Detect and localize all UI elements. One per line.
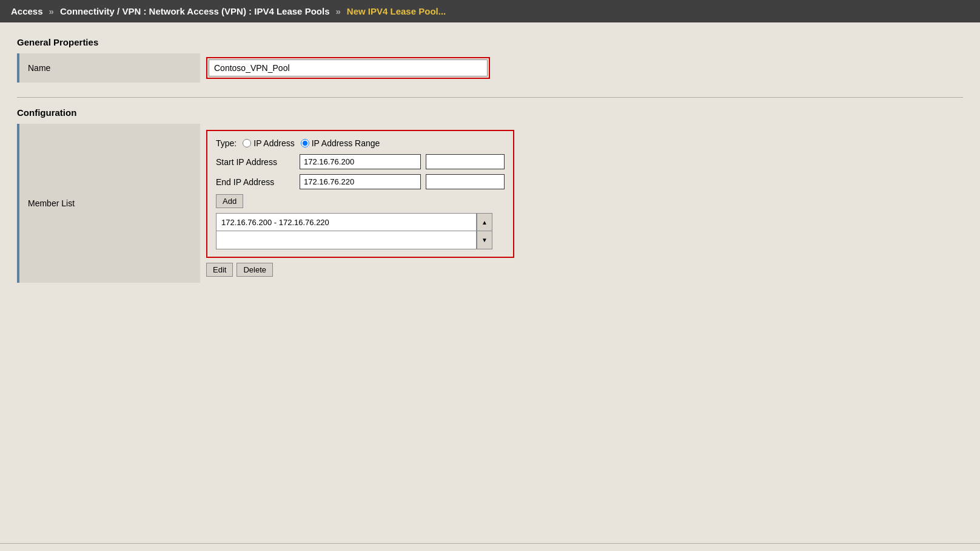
member-list-entry-2[interactable] <box>216 231 477 249</box>
type-label: Type: <box>216 138 237 148</box>
scroll-down-button[interactable]: ▼ <box>477 231 492 249</box>
type-ip-address-radio[interactable] <box>243 139 251 147</box>
name-row: Name <box>18 53 963 83</box>
end-ip-extra-input[interactable] <box>426 174 505 189</box>
start-ip-extra-input[interactable] <box>426 154 505 169</box>
config-value-cell: Type: IP Address IP Address Range Start … <box>200 124 963 283</box>
breadcrumb-sep-2: » <box>335 6 340 16</box>
type-ip-address-label[interactable]: IP Address <box>243 138 294 148</box>
main-content: General Properties Name Configuration Me… <box>0 22 980 543</box>
member-list: 172.16.76.200 - 172.16.76.220 ▲ ▼ <box>216 213 505 249</box>
breadcrumb-vpn[interactable]: Connectivity / VPN : Network Access (VPN… <box>60 6 330 16</box>
member-list-row-1: 172.16.76.200 - 172.16.76.220 ▲ <box>216 213 505 231</box>
separator-1 <box>17 97 963 98</box>
type-ip-address-range-label[interactable]: IP Address Range <box>301 138 380 148</box>
name-input[interactable] <box>209 59 488 76</box>
edit-button[interactable]: Edit <box>206 263 233 277</box>
end-ip-label: End IP Address <box>216 177 295 187</box>
end-ip-row: End IP Address <box>216 174 505 189</box>
add-button[interactable]: Add <box>216 194 243 208</box>
configuration-table: Member List Type: IP Address IP Address … <box>17 124 963 283</box>
breadcrumb-bar: Access » Connectivity / VPN : Network Ac… <box>0 0 980 22</box>
delete-button[interactable]: Delete <box>237 263 273 277</box>
member-list-label: Member List <box>18 124 200 283</box>
bottom-bar: Cancel Repeat Finished <box>0 543 980 551</box>
start-ip-label: Start IP Address <box>216 157 295 167</box>
name-value-cell <box>200 53 963 83</box>
scroll-up-button[interactable]: ▲ <box>477 213 492 231</box>
member-list-row-2: ▼ <box>216 231 505 249</box>
name-input-highlight <box>206 57 490 79</box>
start-ip-row: Start IP Address <box>216 154 505 169</box>
general-properties-table: Name <box>17 53 963 83</box>
general-properties-title: General Properties <box>17 37 963 47</box>
configuration-title: Configuration <box>17 107 963 118</box>
type-row: Type: IP Address IP Address Range <box>216 138 505 148</box>
name-label: Name <box>18 53 200 83</box>
breadcrumb-access[interactable]: Access <box>11 6 43 16</box>
edit-delete-row: Edit Delete <box>206 263 957 277</box>
config-inner-border: Type: IP Address IP Address Range Start … <box>206 130 514 258</box>
end-ip-input[interactable] <box>300 174 421 189</box>
config-row: Member List Type: IP Address IP Address … <box>18 124 963 283</box>
breadcrumb-sep-1: » <box>49 6 54 16</box>
start-ip-input[interactable] <box>300 154 421 169</box>
type-ip-address-range-radio[interactable] <box>301 139 309 147</box>
breadcrumb-current: New IPV4 Lease Pool... <box>347 6 446 16</box>
member-list-entry-1[interactable]: 172.16.76.200 - 172.16.76.220 <box>216 213 477 231</box>
